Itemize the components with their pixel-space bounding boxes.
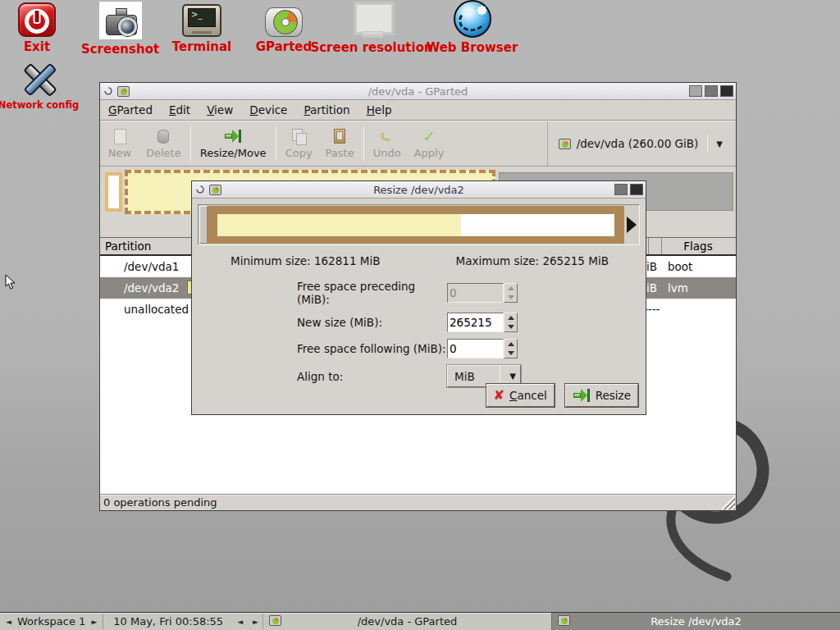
toolbar-resize-move-button[interactable]: Resize/Move xyxy=(194,121,273,166)
undo-icon xyxy=(380,130,394,143)
dialog-titlebar[interactable]: Resize /dev/vda2 xyxy=(192,181,646,199)
menu-view[interactable]: View xyxy=(199,101,241,119)
spin-buttons[interactable] xyxy=(504,313,518,332)
maximum-size-label: Maximum size: 265215 MiB xyxy=(419,254,646,267)
spin-buttons[interactable] xyxy=(504,339,518,358)
free-space-following-spinbox[interactable] xyxy=(447,339,518,358)
field-label: Free space following (MiB): xyxy=(297,342,447,355)
desktop-icon-network-config[interactable]: Network config xyxy=(5,61,72,111)
task-scroll-arrows[interactable]: ◄ ► xyxy=(233,614,263,629)
cancel-button[interactable]: ✘ Cancel xyxy=(486,384,555,407)
task-title: Resize /dev/vda2 xyxy=(651,615,742,628)
close-button[interactable] xyxy=(720,85,733,97)
spin-down-icon xyxy=(504,322,517,331)
desktop-icon-exit[interactable]: Exit xyxy=(10,2,64,54)
resize-bar-frame xyxy=(208,206,624,244)
copy-icon xyxy=(292,129,306,144)
toolbar-label: New xyxy=(108,147,131,159)
toolbar-separator xyxy=(363,126,364,161)
resize-button[interactable]: Resize xyxy=(565,384,638,407)
spin-up-icon xyxy=(504,313,517,322)
toolbar-paste-button[interactable]: Paste xyxy=(319,121,361,166)
menu-help[interactable]: Help xyxy=(358,101,400,119)
disk-pie-icon xyxy=(265,7,303,37)
new-size-input[interactable] xyxy=(447,313,504,332)
maximize-button[interactable] xyxy=(705,85,718,97)
new-partition-icon xyxy=(114,129,126,144)
desktop-icon-terminal[interactable]: Terminal xyxy=(167,4,237,54)
desktop-icon-label: Network config xyxy=(0,99,79,111)
desktop-icon-screenshot[interactable]: Screenshot xyxy=(81,2,159,57)
camera-icon xyxy=(99,2,142,39)
workspace-switcher[interactable]: ◄ Workspace 1 ► xyxy=(0,614,103,629)
toolbar-undo-button[interactable]: Undo xyxy=(367,121,408,166)
workspace-next-icon[interactable]: ► xyxy=(91,618,97,626)
monitor-icon xyxy=(351,2,392,38)
menubar: GParted Edit View Device Partition Help xyxy=(100,100,736,121)
resize-right-handle-arrow[interactable] xyxy=(624,217,638,233)
column-header-flags[interactable]: Flags xyxy=(662,240,734,253)
gparted-app-icon xyxy=(269,615,281,626)
minmax-labels: Minimum size: 162811 MiB Maximum size: 2… xyxy=(192,254,646,267)
desktop-icon-web-browser[interactable]: Web Browser xyxy=(425,0,519,55)
resize-left-handle[interactable] xyxy=(199,206,208,244)
resize-dialog: Resize /dev/vda2 Minimum size: 162811 Mi… xyxy=(191,180,646,415)
chevron-down-icon: ▼ xyxy=(714,139,725,148)
toolbar-separator xyxy=(190,126,191,161)
apply-check-icon: ✓ xyxy=(422,129,436,144)
partition-name: /dev/vda2 xyxy=(124,281,179,294)
resize-bar-used xyxy=(217,214,461,236)
free-space-following-input[interactable] xyxy=(447,339,504,358)
toolbar: New Delete Resize/Move Copy Paste Undo ✓… xyxy=(100,121,736,167)
menu-partition[interactable]: Partition xyxy=(295,101,358,119)
tools-icon xyxy=(18,61,59,97)
workspace-prev-icon[interactable]: ◄ xyxy=(6,618,11,626)
minimize-button[interactable] xyxy=(689,85,702,97)
taskbar: ◄ Workspace 1 ► 10 May, Fri 00:58:55 ◄ ►… xyxy=(0,612,840,630)
resize-arrow-icon xyxy=(573,389,591,402)
device-selector[interactable]: /dev/vda (260.00 GiB) ▼ xyxy=(555,131,728,156)
scroll-left-icon[interactable]: ◄ xyxy=(237,618,243,626)
desktop-icon-label: Web Browser xyxy=(427,40,518,55)
toolbar-label: Resize/Move xyxy=(200,147,267,159)
column-header-partition[interactable]: Partition xyxy=(105,240,151,253)
close-button[interactable] xyxy=(630,184,643,195)
toolbar-label: Apply xyxy=(414,147,445,159)
desktop-icon-label: GParted xyxy=(256,39,313,54)
menu-edit[interactable]: Edit xyxy=(161,101,199,119)
taskbar-item-resize-dialog[interactable]: Resize /dev/vda2 xyxy=(551,613,840,630)
resize-bar[interactable] xyxy=(217,214,614,236)
taskbar-item-gparted[interactable]: /dev/vda - GParted xyxy=(263,613,551,630)
terminal-icon xyxy=(182,4,221,37)
pending-operations-text: 0 operations pending xyxy=(103,496,217,509)
cancel-x-icon: ✘ xyxy=(494,389,504,402)
combo-separator xyxy=(707,135,708,153)
debian-swirl-icon xyxy=(194,184,206,195)
toolbar-delete-button[interactable]: Delete xyxy=(139,121,188,166)
toolbar-new-button[interactable]: New xyxy=(100,121,139,166)
free-space-preceding-spinbox xyxy=(447,283,518,303)
desktop-icon-label: Terminal xyxy=(172,39,232,54)
resize-form: Free space preceding (MiB): New size (Mi… xyxy=(297,280,646,387)
toolbar-label: Undo xyxy=(373,147,401,159)
menu-gparted[interactable]: GParted xyxy=(100,101,161,119)
partition-name: unallocated xyxy=(124,303,189,316)
window-titlebar[interactable]: /dev/vda - GParted xyxy=(100,83,736,100)
partition-name: /dev/vda1 xyxy=(124,260,179,273)
menu-device[interactable]: Device xyxy=(241,101,295,119)
delete-icon xyxy=(158,130,169,144)
desktop-icon-label: Screenshot xyxy=(81,42,159,57)
desktop-icon-gparted[interactable]: GParted xyxy=(250,7,317,54)
disk-icon xyxy=(559,139,571,149)
globe-icon xyxy=(454,0,491,38)
paste-icon xyxy=(334,129,345,144)
scroll-right-icon[interactable]: ► xyxy=(253,618,258,626)
resize-grip[interactable] xyxy=(721,495,735,509)
desktop-icon-screen-resolution[interactable]: Screen resolution xyxy=(318,2,425,55)
toolbar-apply-button[interactable]: ✓ Apply xyxy=(408,121,451,166)
new-size-spinbox[interactable] xyxy=(447,313,518,332)
toolbar-copy-button[interactable]: Copy xyxy=(279,121,319,166)
partition-visual-vda1[interactable] xyxy=(105,172,122,212)
maximize-button[interactable] xyxy=(614,184,628,195)
spin-down-icon xyxy=(504,293,517,302)
